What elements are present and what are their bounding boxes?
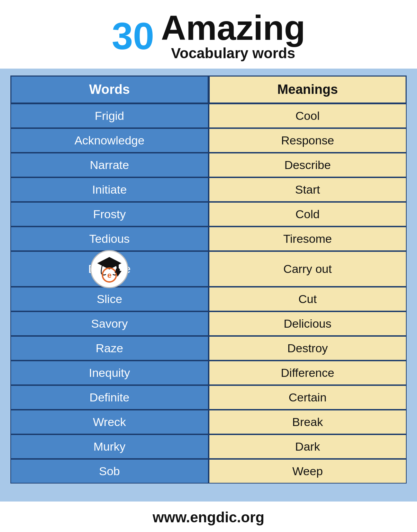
table-row: Execute e Car bbox=[10, 251, 407, 287]
word-cell: Definite bbox=[10, 385, 209, 410]
page-footer: www.engdic.org bbox=[0, 502, 417, 532]
word-cell: Frosty bbox=[10, 202, 209, 227]
meaning-cell: Weep bbox=[209, 459, 407, 484]
word-cell: Slice bbox=[10, 287, 209, 311]
word-cell: Inequity bbox=[10, 361, 209, 385]
word-cell: Narrate bbox=[10, 153, 209, 177]
word-cell: Tedious bbox=[10, 227, 209, 251]
header-text-group: Amazing Vocabulary words bbox=[161, 10, 305, 62]
table-row: NarrateDescribe bbox=[10, 153, 407, 177]
table-row: SobWeep bbox=[10, 459, 407, 484]
main-content: Words Meanings FrigidCoolAcknowledgeResp… bbox=[0, 69, 417, 502]
logo-icon: e bbox=[90, 250, 128, 288]
column-header-meanings: Meanings bbox=[209, 76, 407, 104]
column-header-words: Words bbox=[10, 76, 209, 104]
page-header: 30 Amazing Vocabulary words bbox=[0, 0, 417, 69]
word-cell: Frigid bbox=[10, 104, 209, 128]
meaning-cell: Dark bbox=[209, 434, 407, 459]
table-row: WreckBreak bbox=[10, 410, 407, 434]
table-row: DefiniteCertain bbox=[10, 385, 407, 410]
header-subtitle: Vocabulary words bbox=[161, 45, 305, 62]
word-cell: Execute e bbox=[10, 251, 209, 287]
meaning-cell: Delicious bbox=[209, 311, 407, 336]
word-cell: Raze bbox=[10, 336, 209, 361]
meaning-cell: Certain bbox=[209, 385, 407, 410]
vocabulary-table: Words Meanings FrigidCoolAcknowledgeResp… bbox=[10, 76, 407, 484]
table-row: SliceCut bbox=[10, 287, 407, 311]
table-row: TediousTiresome bbox=[10, 227, 407, 251]
table-row: RazeDestroy bbox=[10, 336, 407, 361]
meaning-cell: Carry out bbox=[209, 251, 407, 287]
meaning-cell: Describe bbox=[209, 153, 407, 177]
table-row: FrigidCool bbox=[10, 104, 407, 128]
svg-text:e: e bbox=[107, 271, 111, 280]
header-number: 30 bbox=[112, 17, 154, 55]
meaning-cell: Cool bbox=[209, 104, 407, 128]
table-row: SavoryDelicious bbox=[10, 311, 407, 336]
table-row: InitiateStart bbox=[10, 177, 407, 202]
meaning-cell: Cold bbox=[209, 202, 407, 227]
table-row: FrostyCold bbox=[10, 202, 407, 227]
meaning-cell: Tiresome bbox=[209, 227, 407, 251]
table-row: MurkyDark bbox=[10, 434, 407, 459]
word-cell: Acknowledge bbox=[10, 128, 209, 153]
word-cell: Wreck bbox=[10, 410, 209, 434]
meaning-cell: Difference bbox=[209, 361, 407, 385]
table-row: InequityDifference bbox=[10, 361, 407, 385]
meaning-cell: Destroy bbox=[209, 336, 407, 361]
table-row: AcknowledgeResponse bbox=[10, 128, 407, 153]
header-amazing: Amazing bbox=[161, 10, 305, 45]
word-cell: Murky bbox=[10, 434, 209, 459]
meaning-cell: Break bbox=[209, 410, 407, 434]
meaning-cell: Response bbox=[209, 128, 407, 153]
meaning-cell: Cut bbox=[209, 287, 407, 311]
word-cell: Savory bbox=[10, 311, 209, 336]
meaning-cell: Start bbox=[209, 177, 407, 202]
footer-url: www.engdic.org bbox=[153, 509, 264, 525]
word-cell: Initiate bbox=[10, 177, 209, 202]
word-cell: Sob bbox=[10, 459, 209, 484]
